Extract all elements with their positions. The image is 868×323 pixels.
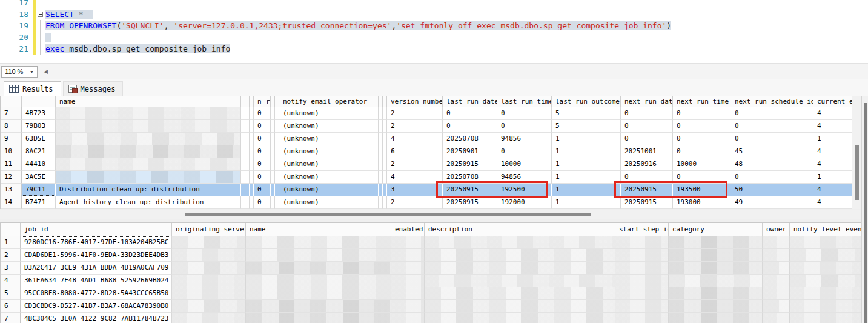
cell-s4[interactable] (271, 158, 275, 171)
cell-s2[interactable] (245, 184, 250, 196)
column-header-r[interactable]: r (262, 96, 271, 107)
cell-s3[interactable] (250, 145, 254, 158)
cell-s1[interactable] (241, 196, 245, 209)
cell-ce[interactable]: 4 (813, 120, 852, 133)
editor-line[interactable]: 20 (0, 32, 868, 43)
cell-enabled[interactable] (391, 287, 425, 300)
cell-s1[interactable] (241, 158, 245, 171)
cell-nle[interactable] (790, 262, 861, 275)
row-number[interactable]: 7 (1, 107, 22, 120)
cell-s6[interactable] (374, 107, 379, 120)
cell-lro[interactable]: 1 (552, 171, 621, 184)
cell-nrsi[interactable]: 49 (731, 196, 813, 209)
cell-lrd[interactable]: 20250708 (443, 133, 497, 145)
cell-name[interactable] (56, 158, 241, 171)
column-header-name[interactable]: name (246, 223, 391, 236)
cell-ce[interactable]: 4 (813, 158, 852, 171)
cell-notify[interactable]: (unknown) (279, 196, 374, 209)
cell-notify[interactable]: (unknown) (279, 145, 374, 158)
column-header-owner[interactable]: owner (763, 223, 790, 236)
cell-lrt[interactable]: 94856 (497, 171, 552, 184)
cell-n[interactable]: 0 (254, 120, 262, 133)
cell-s6[interactable] (374, 133, 379, 145)
cell-nle[interactable] (790, 275, 861, 287)
cell-lrt[interactable]: 0 (497, 145, 552, 158)
cell-s8[interactable] (383, 120, 387, 133)
cell-enabled[interactable] (391, 249, 425, 262)
cell-s5[interactable] (275, 107, 279, 120)
editor-line[interactable]: 17 (0, 0, 868, 8)
row-number[interactable]: 1 (1, 236, 21, 249)
cell-ce[interactable]: 1 (813, 133, 852, 145)
cell-nle[interactable] (790, 300, 861, 313)
cell-s8[interactable] (383, 171, 387, 184)
cell-s1[interactable] (241, 120, 245, 133)
cell-lrd[interactable]: 0 (443, 107, 497, 120)
cell-s4[interactable] (271, 171, 275, 184)
cell-s1[interactable] (241, 133, 245, 145)
column-header-n[interactable]: n (254, 96, 262, 107)
cell-n[interactable]: 0 (254, 171, 262, 184)
cell-enabled[interactable] (391, 236, 425, 249)
cell-ssi[interactable] (615, 236, 669, 249)
cell-ssi[interactable] (615, 300, 669, 313)
cell-job_id[interactable]: 95CC0BF8-8080-4772-8D28-5A43CCC65B50 (21, 287, 172, 300)
cell-orig[interactable] (172, 275, 246, 287)
row-number[interactable]: 11 (1, 158, 22, 171)
column-header-last_run_date[interactable]: last_run_date (443, 96, 497, 107)
cell-s7[interactable] (379, 196, 383, 209)
cell-s4[interactable] (271, 107, 275, 120)
cell-s7[interactable] (379, 184, 383, 196)
cell-name[interactable]: Distribution clean up: distribution (56, 184, 241, 196)
row-number[interactable]: 8 (1, 120, 22, 133)
cell-s3[interactable] (250, 107, 254, 120)
cell-id[interactable]: 3AC5E (22, 171, 56, 184)
cell-notify[interactable]: (unknown) (279, 120, 374, 133)
column-header-spacer[interactable] (374, 96, 379, 107)
column-header-spacer[interactable] (379, 96, 383, 107)
cell-s5[interactable] (275, 184, 279, 196)
row-number[interactable]: 14 (1, 196, 22, 209)
cell-id[interactable]: 44410 (22, 158, 56, 171)
cell-orig[interactable] (172, 249, 246, 262)
cell-nle[interactable] (790, 313, 861, 323)
cell-enabled[interactable] (391, 313, 425, 323)
cell-ssi[interactable] (615, 262, 669, 275)
cell-lrt[interactable]: 192000 (497, 196, 552, 209)
cell-s4[interactable] (271, 184, 275, 196)
cell-s6[interactable] (374, 184, 379, 196)
results-vscrollbar-thumb[interactable] (864, 103, 867, 323)
row-number[interactable]: 4 (1, 275, 21, 287)
tab-messages[interactable]: Messages (63, 81, 124, 96)
cell-id[interactable]: 63D5E (22, 133, 56, 145)
cell-ce[interactable]: 4 (813, 196, 852, 209)
cell-nle[interactable] (790, 287, 861, 300)
cell-n[interactable]: 0 (254, 196, 262, 209)
cell-s5[interactable] (275, 196, 279, 209)
cell-lrd[interactable]: 20250915 (443, 196, 497, 209)
cell-ssi[interactable] (615, 275, 669, 287)
query-editor[interactable]: 1718SELECT * 19FROM OPENROWSET('SQLNCLI'… (0, 0, 868, 63)
row-number[interactable]: 12 (1, 171, 22, 184)
cell-notify[interactable]: (unknown) (279, 107, 374, 120)
cell-name[interactable] (56, 145, 241, 158)
editor-line[interactable]: 19FROM OPENROWSET('SQLNCLI', 'server=127… (0, 20, 868, 32)
cell-version[interactable]: 2 (387, 120, 443, 133)
cell-nrsi[interactable]: 0 (731, 107, 813, 120)
results-vscrollbar[interactable] (861, 96, 868, 323)
cell-orig[interactable] (172, 287, 246, 300)
cell-lrd[interactable]: 20250915 (443, 158, 497, 171)
cell-notify[interactable]: (unknown) (279, 184, 374, 196)
column-header-category[interactable]: category (669, 223, 763, 236)
cell-owner[interactable] (763, 249, 790, 262)
cell-lrt[interactable]: 0 (497, 107, 552, 120)
cell-nrd[interactable]: 20250916 (621, 158, 673, 171)
cell-n[interactable]: 0 (254, 133, 262, 145)
cell-nrt[interactable]: 193500 (673, 184, 731, 196)
column-header-description[interactable]: description (425, 223, 615, 236)
cell-nrd[interactable]: 20251001 (621, 145, 673, 158)
cell-s6[interactable] (374, 196, 379, 209)
cell-s7[interactable] (379, 171, 383, 184)
cell-s5[interactable] (275, 133, 279, 145)
cell-id[interactable]: 79C11 (22, 184, 56, 196)
